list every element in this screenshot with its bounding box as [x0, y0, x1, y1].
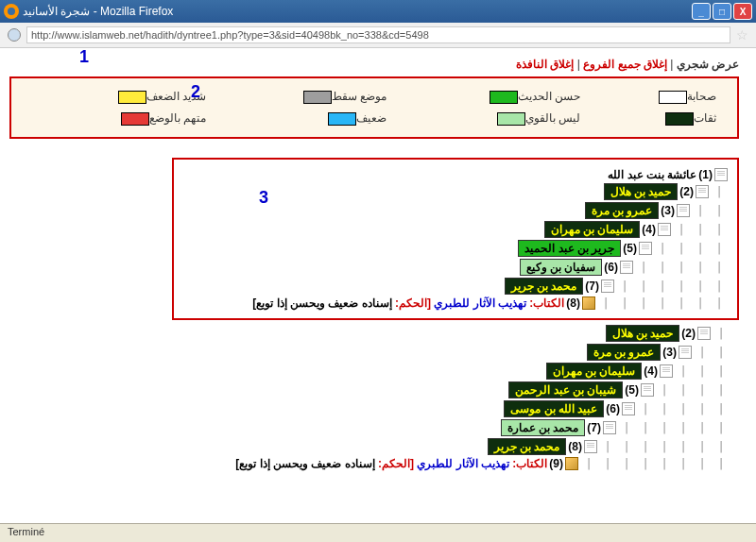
narrator-name[interactable]: عمرو بن مرة [587, 344, 662, 361]
nav-close-window-link[interactable]: إغلاق النافذة [516, 58, 574, 71]
nav-tree-view: عرض شجري [677, 58, 739, 71]
narrator-num: (5) [623, 242, 637, 255]
top-nav: عرض شجري | إغلاق جميع الفروع | إغلاق الن… [9, 58, 739, 71]
window-titlebar: شجرة الأسانيد - Mozilla Firefox _ □ X [0, 0, 756, 23]
globe-icon [8, 28, 21, 42]
legend-label: صحابة [687, 90, 716, 103]
narrator-num: (5) [625, 383, 639, 397]
narrator-name[interactable]: سفيان بن وكيع [520, 259, 603, 276]
narrator-name[interactable]: سليمان بن مهران [544, 221, 641, 238]
document-icon[interactable] [697, 327, 711, 340]
document-icon[interactable] [601, 279, 614, 293]
book-reference[interactable]: الكتاب: تهذيب الآثار للطبري [الحكم: إسنا… [252, 296, 564, 310]
isnad-tree-1: 3 (1) عائشة بنت عبد الله | (2) حميد بن ه… [172, 158, 739, 320]
tree-row: | (2) حميد بن هلال [181, 324, 730, 343]
tree-row: ||||||| (8) محمد بن جرير [181, 437, 730, 456]
nav-close-all-link[interactable]: إغلاق جميع الفروع [583, 58, 667, 71]
legend-table: صحابة حسن الحديث موضع سقط شديد الضعف ثقا… [25, 86, 724, 129]
annotation-3: 3 [259, 188, 268, 208]
narrator-num: (6) [604, 261, 618, 274]
narrator-num: (2) [681, 327, 696, 340]
tree-row: |||||| (7) محمد بن عمارة [181, 418, 730, 437]
document-icon[interactable] [641, 383, 654, 397]
narrator-name[interactable]: عبيد الله بن موسى [504, 400, 604, 417]
narrator-num: (4) [644, 364, 658, 378]
annotation-1: 1 [79, 47, 89, 67]
annotation-2: 2 [191, 82, 200, 102]
tree-row: ||||| (6) عبيد الله بن موسى [181, 399, 730, 418]
tree-row: ||||||| (8) الكتاب: تهذيب الآثار للطبري … [183, 296, 728, 311]
narrator-name[interactable]: حميد بن هلال [606, 325, 680, 342]
narrator-name[interactable]: محمد بن جرير [505, 278, 584, 295]
legend-label: ضعيف [356, 111, 387, 125]
document-icon[interactable] [677, 204, 690, 217]
close-button[interactable]: X [733, 3, 752, 20]
narrator-num: (6) [606, 402, 620, 415]
book-icon[interactable] [582, 296, 595, 310]
maximize-button[interactable]: □ [713, 3, 731, 20]
document-icon[interactable] [658, 223, 671, 236]
legend-swatch-severe-weak [118, 91, 146, 104]
narrator-num: (2) [679, 185, 694, 198]
tree-row: (1) عائشة بنت عبد الله [183, 167, 728, 182]
legend-swatch-weak [328, 112, 356, 126]
narrator-num: (1) [698, 168, 713, 181]
book-num: (9) [549, 457, 563, 470]
document-icon[interactable] [714, 168, 728, 181]
legend-swatch-fabricator [121, 112, 149, 126]
document-icon[interactable] [679, 346, 692, 359]
book-reference[interactable]: الكتاب: تهذيب الآثار للطبري [الحكم: إسنا… [235, 457, 547, 470]
tree-row: |||||||| (9) الكتاب: تهذيب الآثار للطبري… [181, 456, 730, 471]
narrator-name[interactable]: عائشة بنت عبد الله [608, 168, 696, 181]
window-title: شجرة الأسانيد - Mozilla Firefox [23, 5, 692, 18]
document-icon[interactable] [584, 440, 597, 453]
narrator-num: (4) [642, 223, 656, 236]
isnad-tree-2: | (2) حميد بن هلال || (3) عمرو بن مرة ||… [172, 324, 739, 471]
book-num: (8) [566, 296, 580, 310]
narrator-name[interactable]: سليمان بن مهران [546, 363, 643, 380]
document-icon[interactable] [660, 364, 673, 378]
document-icon[interactable] [639, 242, 652, 255]
narrator-num: (7) [585, 279, 599, 293]
legend-label: ثقات [694, 111, 716, 125]
legend-swatch-hasan [490, 91, 518, 104]
book-icon[interactable] [565, 457, 578, 470]
tree-row: ||| (4) سليمان بن مهران [181, 362, 730, 381]
document-icon[interactable] [622, 402, 635, 415]
narrator-num: (3) [662, 346, 677, 359]
legend-swatch-sahaba [659, 91, 687, 104]
firefox-icon [4, 4, 19, 19]
document-icon[interactable] [620, 261, 633, 274]
legend-label: ليس بالقوي [525, 111, 580, 125]
narrator-name[interactable]: محمد بن عمارة [501, 419, 586, 436]
tree-row: |||| (5) شيبان بن عبد الرحمن [181, 381, 730, 399]
bookmark-star-icon[interactable]: ☆ [736, 27, 748, 42]
narrator-name[interactable]: حميد بن هلال [604, 183, 679, 200]
narrator-name[interactable]: شيبان بن عبد الرحمن [508, 381, 623, 398]
legend-label: حسن الحديث [518, 90, 580, 103]
narrator-name[interactable]: جرير بن عبد الحميد [518, 240, 621, 257]
minimize-button[interactable]: _ [692, 3, 711, 20]
narrator-name[interactable]: عمرو بن مرة [585, 202, 660, 219]
narrator-num: (7) [587, 421, 601, 434]
tree-row: || (3) عمرو بن مرة [181, 343, 730, 362]
document-icon[interactable] [696, 185, 709, 198]
document-icon[interactable] [603, 421, 616, 434]
tree-row: |||||| (7) محمد بن جرير [183, 277, 728, 296]
legend-swatch-thiqat [665, 112, 694, 126]
legend-swatch-not-strong [497, 112, 525, 126]
tree-row: ||| (4) سليمان بن مهران [183, 220, 728, 239]
legend-label: موضع سقط [332, 90, 387, 103]
legend-box: 2 صحابة حسن الحديث موضع سقط شديد الضعف ث… [9, 76, 739, 139]
narrator-num: (8) [568, 440, 582, 453]
url-input[interactable] [26, 26, 730, 43]
tree-row: |||| (5) جرير بن عبد الحميد [183, 239, 728, 258]
narrator-name[interactable]: محمد بن جرير [488, 438, 567, 455]
tree-row: ||||| (6) سفيان بن وكيع [183, 258, 728, 277]
legend-swatch-saqt [303, 91, 332, 104]
legend-label: متهم بالوضع [149, 111, 206, 125]
url-bar: ☆ [0, 23, 756, 48]
window-buttons: _ □ X [692, 3, 752, 20]
narrator-num: (3) [661, 204, 675, 217]
page-content: 1 عرض شجري | إغلاق جميع الفروع | إغلاق ا… [0, 48, 756, 481]
